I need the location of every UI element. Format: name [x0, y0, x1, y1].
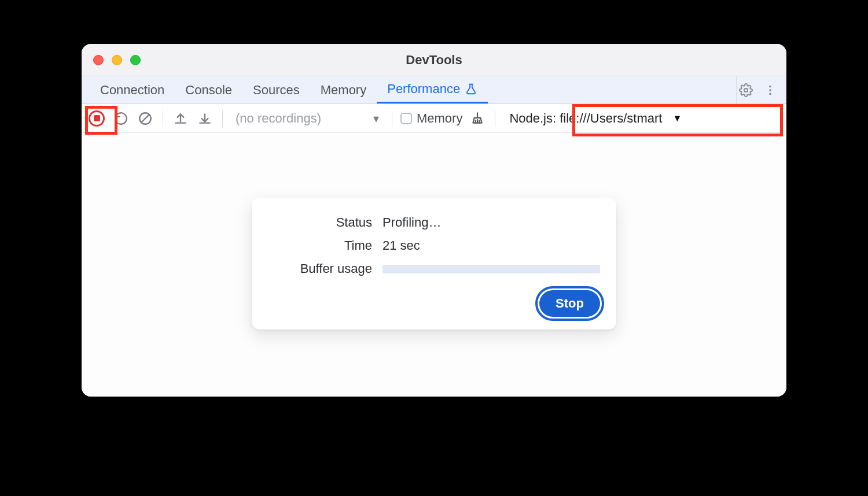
tab-connection[interactable]: Connection [90, 76, 175, 103]
reload-and-record-button[interactable] [112, 109, 130, 128]
settings-button[interactable] [737, 76, 755, 103]
time-value: 21 sec [382, 238, 600, 253]
tab-performance[interactable]: Performance [377, 76, 488, 103]
record-stop-icon [89, 110, 105, 127]
window-minimize-button[interactable] [112, 55, 122, 65]
tab-label: Sources [253, 83, 300, 98]
status-label: Status [268, 215, 372, 230]
tab-sources[interactable]: Sources [242, 76, 310, 103]
clear-button[interactable] [136, 109, 155, 128]
download-icon [197, 111, 212, 126]
window-zoom-button[interactable] [130, 55, 141, 65]
target-select[interactable]: Node.js: file:///Users/stmart ▼ [503, 111, 689, 126]
window-title: DevTools [82, 53, 786, 68]
toolbar-divider [495, 110, 495, 127]
svg-point-1 [769, 85, 771, 87]
tabs-right-actions [736, 76, 786, 103]
svg-point-0 [744, 88, 748, 92]
reload-icon [113, 111, 128, 126]
svg-point-2 [769, 89, 771, 91]
tab-label: Console [185, 83, 232, 98]
buffer-usage-label: Buffer usage [268, 261, 372, 276]
tab-label: Performance [387, 82, 460, 97]
upload-profile-button[interactable] [171, 109, 190, 128]
devtools-window: DevTools Connection Console Sources Memo… [82, 44, 786, 397]
window-traffic-lights [82, 55, 141, 65]
time-label: Time [268, 238, 372, 253]
chevron-down-icon: ▼ [672, 113, 682, 124]
toolbar-divider [163, 110, 163, 127]
window-close-button[interactable] [93, 55, 104, 65]
broom-icon [470, 111, 485, 126]
svg-point-3 [769, 92, 771, 95]
target-select-label: Node.js: file:///Users/stmart [509, 111, 662, 126]
status-value: Profiling… [382, 215, 600, 230]
panel-tabs: Connection Console Sources Memory Perfor… [82, 76, 786, 104]
toolbar-divider [392, 110, 392, 127]
buffer-usage-value [382, 265, 600, 273]
stop-profiling-button[interactable]: Stop [539, 290, 600, 317]
cancel-circle-icon [138, 111, 153, 126]
tab-console[interactable]: Console [175, 76, 242, 103]
chevron-down-icon: ▾ [373, 112, 379, 125]
recordings-select-label: (no recordings) [236, 111, 321, 126]
memory-checkbox[interactable]: Memory [400, 111, 462, 126]
performance-main: Status Profiling… Time 21 sec Buffer usa… [82, 133, 786, 397]
flask-icon [465, 83, 477, 95]
tab-label: Connection [100, 83, 164, 98]
more-button[interactable] [761, 76, 779, 103]
checkbox-box-icon [400, 113, 412, 124]
record-button[interactable] [87, 109, 106, 128]
recordings-select[interactable]: (no recordings) ▾ [231, 111, 384, 126]
toolbar-divider [222, 110, 223, 127]
svg-line-5 [142, 114, 149, 122]
download-profile-button[interactable] [196, 109, 214, 128]
upload-icon [173, 111, 188, 126]
window-titlebar: DevTools [82, 44, 786, 76]
gear-icon [739, 83, 753, 97]
collect-garbage-button[interactable] [468, 109, 487, 128]
buffer-usage-bar [382, 265, 600, 273]
memory-checkbox-label: Memory [417, 111, 462, 126]
tab-label: Memory [321, 83, 366, 98]
more-vertical-icon [764, 84, 777, 97]
performance-toolbar: (no recordings) ▾ Memory Node.js: file:/… [82, 104, 786, 133]
profiling-status-card: Status Profiling… Time 21 sec Buffer usa… [252, 198, 616, 330]
tab-memory[interactable]: Memory [310, 76, 377, 103]
